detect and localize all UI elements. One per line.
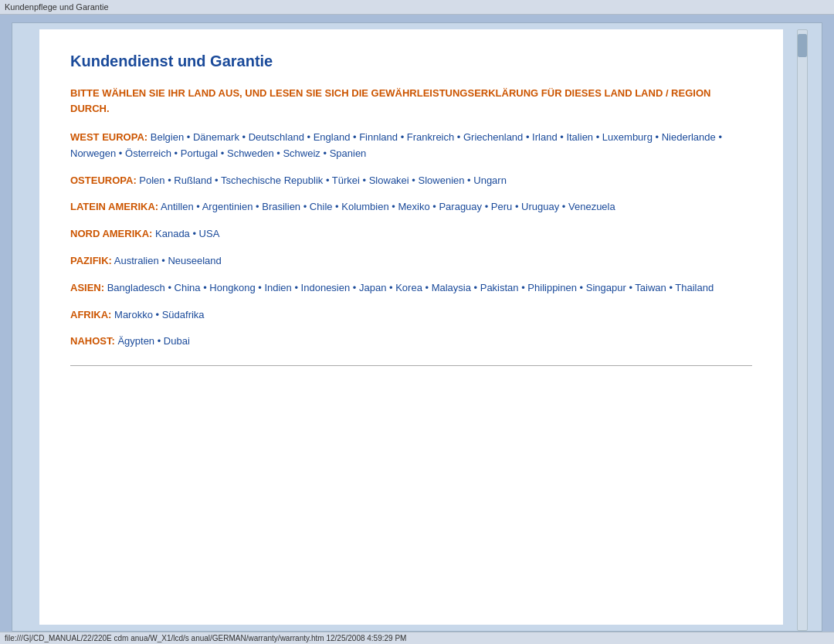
- page-frame: Kundendienst und Garantie BITTE WÄHLEN S…: [12, 22, 822, 632]
- region-block-1: OSTEUROPA: Polen • Rußland • Tschechisch…: [70, 173, 752, 189]
- region-label-4: PAZIFIK:: [70, 255, 112, 266]
- region-label-7: NAHOST:: [70, 335, 115, 347]
- region-block-3: NORD AMERIKA: Kanada • USA: [70, 226, 752, 242]
- scrollbar-thumb[interactable]: [798, 34, 807, 57]
- status-bar-label: file:///G|/CD_MANUAL/22/220E cdm anua/W_…: [5, 634, 406, 642]
- title-bar: Kundenpflege und Garantie: [0, 0, 834, 15]
- region-block-7: NAHOST: Ägypten • Dubai: [70, 334, 752, 350]
- region-label-5: ASIEN:: [70, 282, 104, 293]
- region-label-2: LATEIN AMERIKA:: [70, 201, 158, 212]
- region-block-2: LATEIN AMERIKA: Antillen • Argentinien •…: [70, 199, 752, 215]
- region-block-5: ASIEN: Bangladesch • China • Hongkong • …: [70, 280, 752, 297]
- page-title: Kundendienst und Garantie: [70, 53, 752, 70]
- center-panel: Kundendienst und Garantie BITTE WÄHLEN S…: [39, 29, 783, 625]
- region-label-0: WEST EUROPA:: [70, 131, 147, 143]
- region-label-3: NORD AMERIKA:: [70, 228, 152, 239]
- scrollbar-track[interactable]: [797, 29, 808, 631]
- intro-text: BITTE WÄHLEN SIE IHR LAND AUS, UND LESEN…: [70, 86, 752, 116]
- divider: [70, 365, 752, 366]
- region-block-0: WEST EUROPA: Belgien • Dänemark • Deutsc…: [70, 130, 752, 162]
- right-sidebar: [783, 23, 822, 631]
- status-bar: file:///G|/CD_MANUAL/22/220E cdm anua/W_…: [0, 632, 834, 644]
- region-block-4: PAZIFIK: Australien • Neuseeland: [70, 253, 752, 269]
- regions-container: WEST EUROPA: Belgien • Dänemark • Deutsc…: [70, 130, 752, 350]
- left-sidebar: [12, 23, 39, 631]
- region-block-6: AFRIKA: Marokko • Südafrika: [70, 307, 752, 324]
- region-label-1: OSTEUROPA:: [70, 175, 137, 186]
- browser-body: Kundendienst und Garantie BITTE WÄHLEN S…: [0, 15, 834, 632]
- title-bar-label: Kundenpflege und Garantie: [5, 2, 109, 12]
- region-label-6: AFRIKA:: [70, 309, 111, 320]
